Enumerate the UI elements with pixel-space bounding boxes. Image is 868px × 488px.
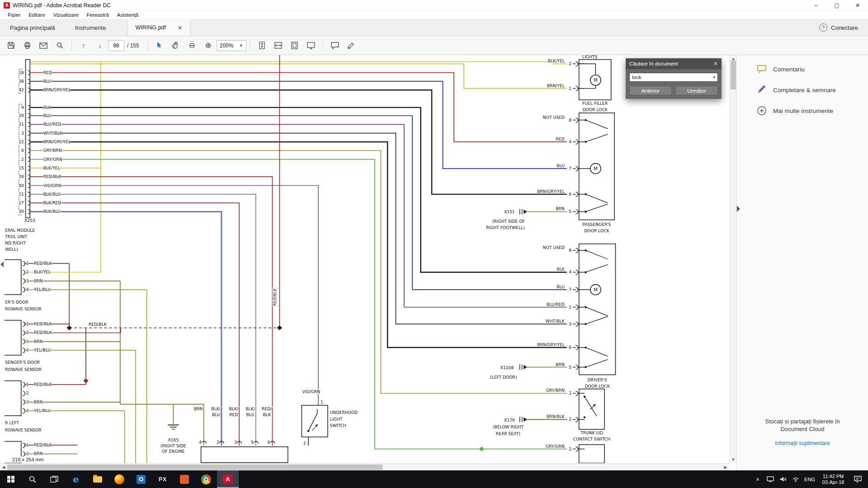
vertical-scroll-thumb[interactable] — [731, 61, 736, 89]
svg-text:RED/BLK: RED/BLK — [34, 261, 52, 266]
scroll-down-icon[interactable]: ▼ — [730, 456, 737, 463]
taskbar-search-icon[interactable] — [22, 470, 43, 488]
right-pane-toggle-icon[interactable] — [737, 206, 740, 212]
svg-text:18: 18 — [19, 70, 24, 75]
edge-icon[interactable]: e — [65, 470, 87, 488]
svg-text:BLU/RED: BLU/RED — [547, 302, 565, 307]
svg-text:BLU: BLU — [246, 413, 255, 417]
menu-edit[interactable]: Editare — [24, 12, 49, 18]
find-next-button[interactable]: Următor — [675, 86, 718, 95]
left-pane-toggle-icon[interactable] — [0, 261, 4, 267]
svg-text:UNDERHOOD: UNDERHOOD — [330, 410, 358, 415]
zoom-in-icon[interactable]: ⊕ — [200, 38, 217, 53]
tab-home[interactable]: Pagina principală — [0, 19, 65, 36]
action-center-icon[interactable] — [850, 476, 865, 483]
svg-text:BLU: BLU — [557, 164, 565, 168]
svg-text:21: 21 — [19, 122, 24, 127]
svg-text:YEL/BLU: YEL/BLU — [33, 287, 51, 292]
sign-in-button[interactable]: ? Conectare — [819, 19, 868, 36]
page-number-input[interactable] — [108, 40, 124, 51]
minimize-button[interactable]: – — [806, 0, 826, 10]
chevron-down-icon: ▼ — [239, 43, 243, 48]
network-icon[interactable] — [790, 477, 801, 482]
acrobat-taskbar-icon[interactable]: A — [217, 470, 239, 488]
email-icon[interactable] — [35, 38, 52, 53]
previous-page-icon[interactable]: ↑ — [75, 38, 92, 53]
menu-window[interactable]: Fereastră — [83, 12, 113, 18]
horizontal-scroll-thumb[interactable] — [7, 465, 382, 470]
svg-text:5: 5 — [569, 365, 571, 370]
select-tool-icon[interactable] — [151, 38, 168, 53]
svg-text:BLK/: BLK/ — [229, 407, 239, 411]
svg-text:CONTACT SWITCH: CONTACT SWITCH — [573, 437, 610, 442]
close-button[interactable]: ✕ — [847, 0, 868, 10]
file-explorer-icon[interactable] — [87, 470, 108, 488]
tool-comment[interactable]: Comentariu — [737, 59, 868, 80]
close-tab-icon[interactable]: ✕ — [178, 24, 183, 31]
find-query-input[interactable] — [629, 73, 718, 82]
scroll-left-icon[interactable]: ◀ — [0, 464, 7, 471]
svg-text:42: 42 — [19, 88, 24, 92]
vertical-scrollbar[interactable]: ▲ ▼ — [729, 55, 736, 463]
help-icon[interactable]: ? — [819, 23, 827, 32]
menu-help[interactable]: Asistență — [113, 12, 142, 18]
horizontal-scrollbar[interactable]: ◀ ▶ — [0, 463, 729, 470]
svg-text:40: 40 — [19, 183, 24, 188]
menu-bar: Fișier Editare Vizualizare Fereastră Asi… — [0, 11, 868, 19]
pinned-app-icon[interactable] — [174, 470, 195, 488]
svg-text:ROWAVE SENSOR: ROWAVE SENSOR — [5, 307, 42, 311]
svg-text:2: 2 — [569, 61, 571, 66]
more-info-link[interactable]: Informații suplimentare — [775, 440, 830, 446]
scroll-right-icon[interactable]: ▶ — [722, 464, 729, 471]
svg-text:BLK/YEL: BLK/YEL — [34, 270, 51, 275]
volume-icon[interactable] — [778, 476, 788, 482]
clock-time: 11:42 PM — [818, 474, 848, 479]
find-close-icon[interactable]: ✕ — [713, 61, 718, 67]
tool-fill-sign[interactable]: Completare & semnare — [737, 80, 868, 100]
tray-expand-icon[interactable]: ∧ — [752, 476, 763, 482]
svg-text:3: 3 — [569, 322, 571, 326]
clock[interactable]: 11:42 PM 03-Apr-18 — [818, 474, 848, 485]
search-icon[interactable] — [52, 38, 68, 53]
svg-text:1: 1 — [321, 400, 323, 404]
zoom-out-icon[interactable]: ⊖ — [184, 38, 200, 53]
save-icon[interactable] — [3, 38, 19, 53]
comment-icon[interactable] — [327, 38, 343, 53]
svg-text:15: 15 — [19, 166, 24, 170]
svg-text:X151: X151 — [504, 210, 515, 214]
maximize-button[interactable]: ▢ — [826, 0, 847, 10]
zoom-level-select[interactable]: 200% ▼ — [217, 40, 246, 51]
presentation-mode-icon[interactable] — [303, 38, 319, 53]
fit-width-icon[interactable] — [270, 38, 287, 53]
px-app-icon[interactable]: PX — [152, 470, 174, 488]
find-previous-button[interactable]: Anterior — [629, 86, 672, 95]
tab-document[interactable]: WIRING.pdf ✕ — [127, 19, 190, 36]
highlight-pen-icon[interactable] — [343, 38, 359, 53]
svg-text:2: 2 — [26, 391, 29, 396]
language-indicator[interactable]: ENG — [803, 477, 816, 482]
display-icon[interactable] — [765, 476, 776, 482]
find-history-dropdown-icon[interactable]: ▼ — [712, 75, 716, 80]
chrome-icon[interactable] — [195, 470, 217, 488]
fit-page-icon[interactable] — [287, 38, 303, 53]
svg-text:BLK: BLK — [263, 413, 271, 417]
doc-tab-label: WIRING.pdf — [135, 24, 165, 31]
scroll-mode-icon[interactable] — [254, 38, 270, 53]
outlook-icon[interactable]: O — [130, 470, 152, 488]
svg-text:NOT USED: NOT USED — [543, 245, 565, 250]
svg-text:BLK/: BLK/ — [211, 407, 221, 411]
next-page-icon[interactable]: ↓ — [92, 38, 108, 53]
menu-view[interactable]: Vizualizare — [49, 12, 83, 18]
menu-file[interactable]: Fișier — [4, 12, 24, 18]
print-icon[interactable] — [19, 38, 35, 53]
svg-text:8: 8 — [569, 248, 571, 253]
svg-text:RED/BLK: RED/BLK — [273, 288, 277, 306]
svg-text:4: 4 — [569, 140, 571, 144]
start-button[interactable] — [0, 470, 22, 488]
firefox-icon[interactable] — [108, 470, 130, 488]
tool-more-tools[interactable]: Mai multe instrumente — [737, 100, 868, 121]
pdf-page[interactable]: 18RED38BLU42BRN/GRY/YEL9BLK20BLU21BLU/RE… — [0, 55, 729, 463]
task-view-icon[interactable] — [43, 470, 65, 488]
tab-tools[interactable]: Instrumente — [65, 19, 116, 36]
hand-tool-icon[interactable] — [168, 38, 184, 53]
